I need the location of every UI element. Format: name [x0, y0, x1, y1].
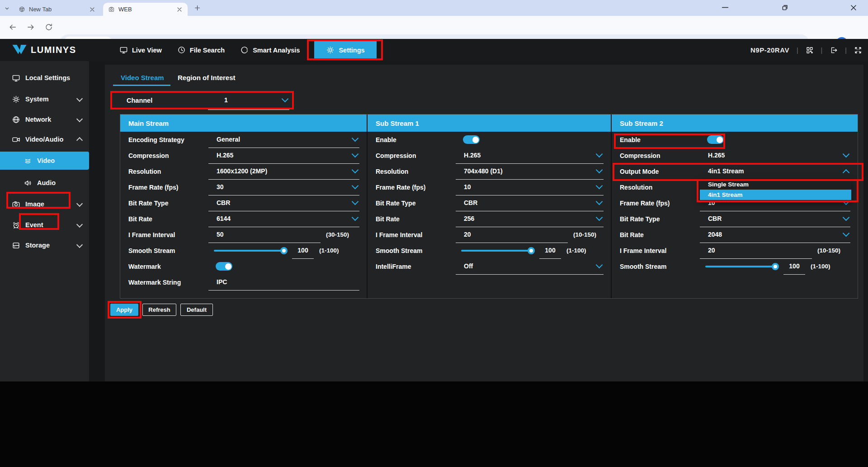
- i-frame-interval-input[interactable]: 20: [700, 243, 812, 259]
- field-label: Frame Rate (fps): [368, 184, 456, 191]
- smooth-stream-value-input[interactable]: 100: [539, 243, 561, 259]
- dropdown-option-4in1-stream[interactable]: 4in1 Stream: [700, 190, 851, 200]
- tab-search-chevron-icon[interactable]: [4, 5, 10, 12]
- slider-thumb[interactable]: [528, 247, 535, 254]
- chevron-down-icon: [843, 151, 850, 158]
- smooth-stream-slider[interactable]: [214, 250, 286, 252]
- chevron-down-icon: [352, 135, 359, 142]
- browser-tab-new-tab[interactable]: New Tab: [14, 3, 100, 16]
- sidebar-item-storage[interactable]: Storage: [0, 237, 89, 253]
- bit-rate-select[interactable]: 256: [456, 211, 604, 227]
- sidebar-item-local-settings[interactable]: Local Settings: [0, 70, 89, 86]
- brand-name: LUMINYS: [31, 45, 76, 55]
- action-buttons: Apply Refresh Default: [110, 304, 213, 316]
- sidebar-item-label: Video/Audio: [25, 136, 63, 143]
- logout-icon[interactable]: [830, 46, 838, 54]
- stream-settings-table: Main StreamEncoding StrategyGeneralCompr…: [120, 114, 858, 299]
- sidebar-item-label: Local Settings: [25, 74, 70, 81]
- sidebar-item-image[interactable]: Image: [0, 196, 89, 212]
- bit-rate-type-select[interactable]: CBR: [456, 195, 604, 211]
- chevron-down-icon: [596, 214, 603, 221]
- bit-rate-select[interactable]: 6144: [208, 211, 359, 227]
- back-button[interactable]: [8, 23, 17, 32]
- field-label: Frame Rate (fps): [120, 184, 208, 191]
- forward-button[interactable]: [26, 23, 35, 32]
- nav-live-view[interactable]: Live View: [118, 39, 163, 61]
- intelliframe-select[interactable]: Off: [456, 258, 604, 275]
- tab-video-stream[interactable]: Video Stream: [121, 74, 164, 81]
- sidebar-item-system[interactable]: System: [0, 91, 89, 107]
- select-value: Off: [456, 262, 473, 270]
- watermark-string-input[interactable]: IPC: [208, 274, 359, 291]
- nav-smart-analysis[interactable]: Smart Analysis: [239, 39, 301, 61]
- nav-file-search[interactable]: File Search: [176, 39, 226, 61]
- dropdown-option-single-stream[interactable]: Single Stream: [700, 179, 851, 190]
- bit-rate-type-select[interactable]: CBR: [700, 211, 850, 227]
- smooth-stream-value-input[interactable]: 100: [292, 243, 314, 259]
- resolution-select[interactable]: 1600x1200 (2MP): [208, 163, 359, 180]
- field-label: Output Mode: [612, 168, 700, 175]
- enable-toggle[interactable]: [463, 135, 480, 144]
- qr-code-icon[interactable]: [806, 46, 814, 54]
- field-row-bit-rate: Bit Rate6144: [120, 211, 367, 227]
- screen: New Tab WEB Not secure 192.168.1.127/#/i…: [0, 0, 868, 467]
- compression-select[interactable]: H.265: [700, 148, 850, 164]
- channel-value: 1: [208, 96, 228, 104]
- watermark-toggle[interactable]: [216, 262, 232, 271]
- frame-rate-fps-select[interactable]: 10: [456, 179, 604, 195]
- refresh-button-app[interactable]: Refresh: [142, 304, 176, 316]
- chevron-down-icon: [76, 95, 83, 101]
- sidebar-item-network[interactable]: Network: [0, 111, 89, 128]
- separator: |: [797, 47, 798, 54]
- tab-close-icon[interactable]: [176, 6, 183, 13]
- browser-tab-web[interactable]: WEB: [103, 3, 188, 16]
- fullscreen-icon[interactable]: [854, 46, 862, 54]
- tab-region-of-interest[interactable]: Region of Interest: [178, 74, 236, 81]
- sidebar-item-audio[interactable]: Audio: [0, 175, 89, 191]
- slider-thumb[interactable]: [772, 263, 779, 270]
- enable-toggle[interactable]: [707, 135, 724, 144]
- field-row-bit-rate-type: Bit Rate TypeCBR: [612, 211, 858, 227]
- network-icon: [12, 115, 20, 124]
- field-label: I Frame Interval: [612, 247, 700, 254]
- channel-select[interactable]: 1: [208, 91, 289, 110]
- sidebar-item-video[interactable]: Video: [0, 152, 89, 169]
- control-area: 20(10-150): [456, 227, 604, 243]
- control-area: [456, 132, 604, 148]
- slider-thumb[interactable]: [280, 247, 288, 254]
- sidebar-item-label: Video: [37, 157, 55, 164]
- field-row-watermark-string: Watermark StringIPC: [120, 274, 367, 290]
- smooth-stream-slider[interactable]: [705, 266, 778, 267]
- sidebar-item-video-audio[interactable]: Video/Audio: [0, 131, 89, 148]
- default-button[interactable]: Default: [180, 304, 213, 316]
- resolution-select[interactable]: 704x480 (D1): [456, 163, 604, 180]
- smooth-stream-value-input[interactable]: 100: [783, 258, 805, 275]
- nav-settings[interactable]: Settings: [314, 40, 376, 60]
- bit-rate-select[interactable]: 2048: [700, 227, 850, 243]
- frame-rate-fps-select[interactable]: 30: [208, 179, 359, 195]
- i-frame-interval-input[interactable]: 20: [456, 227, 568, 243]
- window-close-button[interactable]: [849, 3, 858, 12]
- i-frame-interval-input[interactable]: 50: [208, 227, 321, 243]
- tab-close-icon[interactable]: [89, 6, 96, 13]
- select-value: CBR: [208, 199, 230, 206]
- sidebar-item-label: Audio: [37, 179, 56, 186]
- field-row-bit-rate-type: Bit Rate TypeCBR: [368, 195, 611, 211]
- compression-select[interactable]: H.265: [208, 148, 359, 164]
- new-tab-button[interactable]: [193, 4, 201, 12]
- sidebar-item-event[interactable]: Event: [0, 217, 89, 233]
- bit-rate-type-select[interactable]: CBR: [208, 195, 359, 211]
- window-restore-button[interactable]: [780, 3, 789, 12]
- device-id: N9P-20RAV: [750, 46, 789, 54]
- smooth-stream-slider[interactable]: [461, 250, 533, 252]
- output-mode-select[interactable]: 4in1 StreamSingle Stream4in1 Stream: [700, 163, 850, 180]
- encoding-strategy-select[interactable]: General: [208, 132, 359, 148]
- apply-button[interactable]: Apply: [110, 304, 138, 316]
- window-minimize-button[interactable]: [720, 2, 730, 12]
- chevron-down-icon: [596, 167, 603, 174]
- compression-select[interactable]: H.265: [456, 148, 604, 164]
- field-label: Smooth Stream: [612, 263, 700, 270]
- field-row-frame-rate-fps: Frame Rate (fps)10: [368, 179, 611, 195]
- field-row-compression: CompressionH.265: [368, 148, 611, 163]
- refresh-button[interactable]: [44, 23, 53, 32]
